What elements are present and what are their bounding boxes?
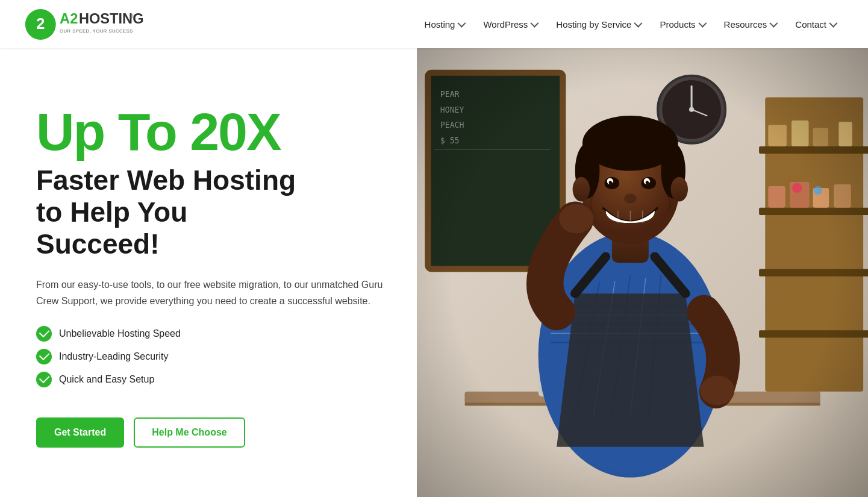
nav-item-products[interactable]: Products (651, 14, 713, 34)
svg-text:HOSTING: HOSTING (79, 10, 144, 26)
feature-label-security: Industry-Leading Security (59, 351, 168, 362)
check-icon-setup (36, 372, 52, 387)
feature-item-security: Industry-Leading Security (36, 349, 387, 364)
nav-link-resources[interactable]: Resources (716, 14, 785, 34)
chevron-down-icon (829, 19, 837, 28)
feature-item-setup: Quick and Easy Setup (36, 372, 387, 387)
brand-logo[interactable]: 2 A2 HOSTING ® OUR SPEED, YOUR SUCCESS (24, 8, 145, 41)
help-me-choose-button[interactable]: Help Me Choose (134, 417, 245, 448)
hero-section: Up To 20X Faster Web Hosting to Help You… (0, 48, 868, 497)
nav-item-hosting-by-service[interactable]: Hosting by Service (548, 14, 649, 34)
nav-item-hosting[interactable]: Hosting (416, 14, 473, 34)
chevron-down-icon (770, 19, 778, 28)
svg-rect-79 (417, 48, 868, 497)
navigation: 2 A2 HOSTING ® OUR SPEED, YOUR SUCCESS H… (0, 0, 868, 48)
chevron-down-icon (698, 19, 707, 28)
nav-link-wordpress[interactable]: WordPress (475, 14, 545, 34)
nav-link-hosting[interactable]: Hosting (416, 14, 473, 34)
nav-item-resources[interactable]: Resources (716, 14, 785, 34)
nav-item-contact[interactable]: Contact (787, 14, 844, 34)
svg-text:®: ® (130, 13, 133, 19)
chevron-down-icon (531, 19, 539, 28)
feature-label-setup: Quick and Easy Setup (59, 374, 154, 385)
logo-area[interactable]: 2 A2 HOSTING ® OUR SPEED, YOUR SUCCESS (24, 8, 145, 41)
svg-text:2: 2 (36, 14, 45, 31)
nav-link-hosting-by-service[interactable]: Hosting by Service (548, 14, 649, 34)
hero-image-area: PEAR HONEY PEACH $ 55 (417, 48, 868, 497)
chevron-down-icon (634, 19, 643, 28)
svg-text:A2: A2 (60, 10, 78, 26)
nav-links: Hosting WordPress Hosting by Service Pro… (416, 14, 844, 34)
get-started-button[interactable]: Get Started (36, 417, 124, 448)
nav-link-products[interactable]: Products (651, 14, 713, 34)
hero-image: PEAR HONEY PEACH $ 55 (417, 48, 868, 497)
hero-headline-green: Up To 20X (36, 105, 387, 158)
hero-headline-black: Faster Web Hosting to Help You Succeed! (36, 164, 387, 260)
hero-scene-svg: PEAR HONEY PEACH $ 55 (417, 48, 868, 497)
feature-list: Unbelievable Hosting Speed Industry-Lead… (36, 326, 387, 395)
nav-link-contact[interactable]: Contact (787, 14, 844, 34)
check-icon-speed (36, 326, 52, 342)
nav-item-wordpress[interactable]: WordPress (475, 14, 545, 34)
hero-content: Up To 20X Faster Web Hosting to Help You… (0, 48, 417, 497)
check-icon-security (36, 349, 52, 364)
feature-label-speed: Unbelievable Hosting Speed (59, 328, 181, 339)
hero-description: From our easy-to-use tools, to our free … (36, 277, 386, 309)
feature-item-speed: Unbelievable Hosting Speed (36, 326, 387, 342)
chevron-down-icon (458, 19, 466, 28)
hero-buttons: Get Started Help Me Choose (36, 417, 387, 448)
svg-text:OUR SPEED, YOUR SUCCESS: OUR SPEED, YOUR SUCCESS (60, 28, 133, 34)
